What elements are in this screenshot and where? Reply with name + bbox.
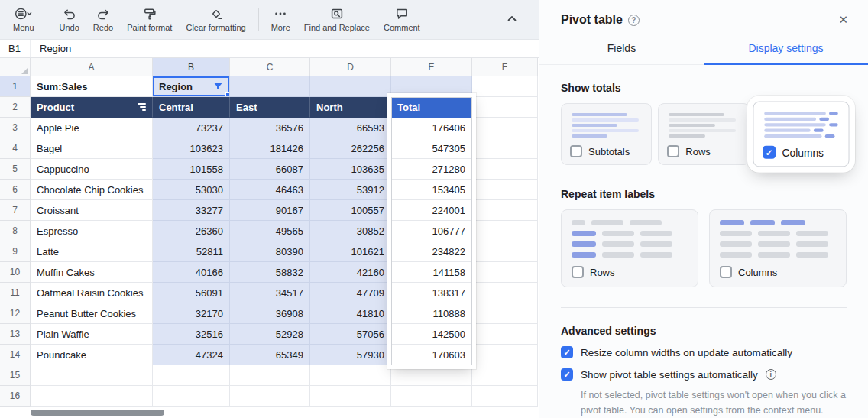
repeat-rows-checkbox[interactable]: ✓ <box>572 266 584 278</box>
cell-D14[interactable]: 57930 <box>310 345 391 365</box>
column-header-B[interactable]: B <box>153 58 230 76</box>
row-header-9[interactable]: 9 <box>0 241 31 262</box>
cell-A14[interactable]: Poundcake <box>31 345 153 365</box>
columns-totals-checkbox[interactable]: ✓ <box>763 146 776 159</box>
cell-D16[interactable] <box>310 386 391 407</box>
cell-A7[interactable]: Croissant <box>31 200 153 221</box>
cell-C16[interactable] <box>230 386 310 407</box>
row-header-4[interactable]: 4 <box>0 138 31 159</box>
help-icon[interactable]: ? <box>628 15 640 26</box>
tab-display-settings[interactable]: Display settings <box>704 36 868 65</box>
horizontal-scrollbar[interactable] <box>31 410 535 416</box>
cell-B15[interactable] <box>153 365 230 386</box>
repeat-columns-card[interactable]: ✓ Columns <box>709 209 847 287</box>
cell-B13[interactable]: 32516 <box>153 324 230 345</box>
find-replace-button[interactable]: Find and Replace <box>297 4 377 35</box>
resize-columns-checkbox[interactable]: ✓ <box>561 346 573 358</box>
column-header-A[interactable]: A <box>31 58 153 76</box>
clear-formatting-button[interactable]: Clear formatting <box>179 4 252 35</box>
cell-B8[interactable]: 26360 <box>153 221 230 241</box>
cell-C5[interactable]: 66087 <box>230 159 310 180</box>
cell-C15[interactable] <box>230 365 310 386</box>
cell-E15[interactable] <box>391 365 472 386</box>
cell-D10[interactable]: 42160 <box>310 262 391 283</box>
cell-E8[interactable]: 106777 <box>391 221 472 241</box>
cell-E3[interactable]: 176406 <box>391 118 472 138</box>
cell-B4[interactable]: 103623 <box>153 138 230 159</box>
row-header-10[interactable]: 10 <box>0 262 31 283</box>
cell-B11[interactable]: 56091 <box>153 283 230 303</box>
cell-F8[interactable] <box>472 221 538 241</box>
cell-B9[interactable]: 52811 <box>153 241 230 262</box>
cell-E7[interactable]: 224001 <box>391 200 472 221</box>
cell-D4[interactable]: 262256 <box>310 138 391 159</box>
cell-D6[interactable]: 53912 <box>310 180 391 200</box>
close-icon[interactable]: ✕ <box>835 11 851 28</box>
cell-B5[interactable]: 101558 <box>153 159 230 180</box>
row-header-13[interactable]: 13 <box>0 324 31 345</box>
cell-F6[interactable] <box>472 180 538 200</box>
tab-fields[interactable]: Fields <box>539 36 704 65</box>
cell-F2[interactable] <box>472 97 538 118</box>
cell-E13[interactable]: 142500 <box>391 324 472 345</box>
filter-list-icon[interactable] <box>138 103 146 111</box>
option-card-subtotals[interactable]: ✓ Subtotals <box>561 103 652 165</box>
cell-F3[interactable] <box>472 118 538 138</box>
row-header-12[interactable]: 12 <box>0 303 31 324</box>
cell-D7[interactable]: 100557 <box>310 200 391 221</box>
cell-C9[interactable]: 80390 <box>230 241 310 262</box>
column-header-C[interactable]: C <box>230 58 310 76</box>
cell-E4[interactable]: 547305 <box>391 138 472 159</box>
redo-button[interactable]: Redo <box>86 4 120 35</box>
more-button[interactable]: More <box>264 4 297 35</box>
option-card-columns-totals[interactable]: ✓ Columns <box>753 102 849 167</box>
row-header-2[interactable]: 2 <box>0 97 31 118</box>
row-header-3[interactable]: 3 <box>0 118 31 138</box>
cell-C13[interactable]: 52928 <box>230 324 310 345</box>
row-header-8[interactable]: 8 <box>0 221 31 241</box>
filter-icon[interactable] <box>213 82 223 92</box>
column-header-D[interactable]: D <box>310 58 391 76</box>
cell-A1[interactable]: Sum:Sales <box>31 76 153 97</box>
row-header-7[interactable]: 7 <box>0 200 31 221</box>
cell-C12[interactable]: 36908 <box>230 303 310 324</box>
cell-A15[interactable] <box>31 365 153 386</box>
cell-C11[interactable]: 34517 <box>230 283 310 303</box>
cell-C7[interactable]: 90167 <box>230 200 310 221</box>
formula-input[interactable]: Region <box>31 43 71 54</box>
row-header-16[interactable]: 16 <box>0 386 31 407</box>
cell-C1[interactable] <box>230 76 310 97</box>
cell-E16[interactable] <box>391 386 472 407</box>
cell-C8[interactable]: 49565 <box>230 221 310 241</box>
row-header-14[interactable]: 14 <box>0 345 31 365</box>
cell-C2[interactable]: East <box>230 97 310 118</box>
cell-F1[interactable] <box>472 76 538 97</box>
cell-D1[interactable] <box>310 76 391 97</box>
cell-F7[interactable] <box>472 200 538 221</box>
cell-A5[interactable]: Cappuccino <box>31 159 153 180</box>
cell-A10[interactable]: Muffin Cakes <box>31 262 153 283</box>
name-box[interactable]: B1 <box>0 40 31 57</box>
cell-B7[interactable]: 33277 <box>153 200 230 221</box>
cell-A4[interactable]: Bagel <box>31 138 153 159</box>
column-header-F[interactable]: F <box>472 58 538 76</box>
cell-B16[interactable] <box>153 386 230 407</box>
row-header-5[interactable]: 5 <box>0 159 31 180</box>
cell-C4[interactable]: 181426 <box>230 138 310 159</box>
cell-A2[interactable]: Product <box>31 97 153 118</box>
cell-A16[interactable] <box>31 386 153 407</box>
cell-D9[interactable]: 101621 <box>310 241 391 262</box>
cell-F5[interactable] <box>472 159 538 180</box>
row-header-1[interactable]: 1 <box>0 76 31 97</box>
cell-F11[interactable] <box>472 283 538 303</box>
row-header-15[interactable]: 15 <box>0 365 31 386</box>
cell-E1[interactable] <box>391 76 472 97</box>
show-settings-checkbox[interactable]: ✓ <box>561 368 573 381</box>
cell-F4[interactable] <box>472 138 538 159</box>
cell-B2[interactable]: Central <box>153 97 230 118</box>
row-header-6[interactable]: 6 <box>0 180 31 200</box>
cell-E12[interactable]: 110888 <box>391 303 472 324</box>
cell-A6[interactable]: Chocolate Chip Cookies <box>31 180 153 200</box>
cell-F16[interactable] <box>472 386 538 407</box>
info-icon[interactable]: i <box>766 369 776 380</box>
